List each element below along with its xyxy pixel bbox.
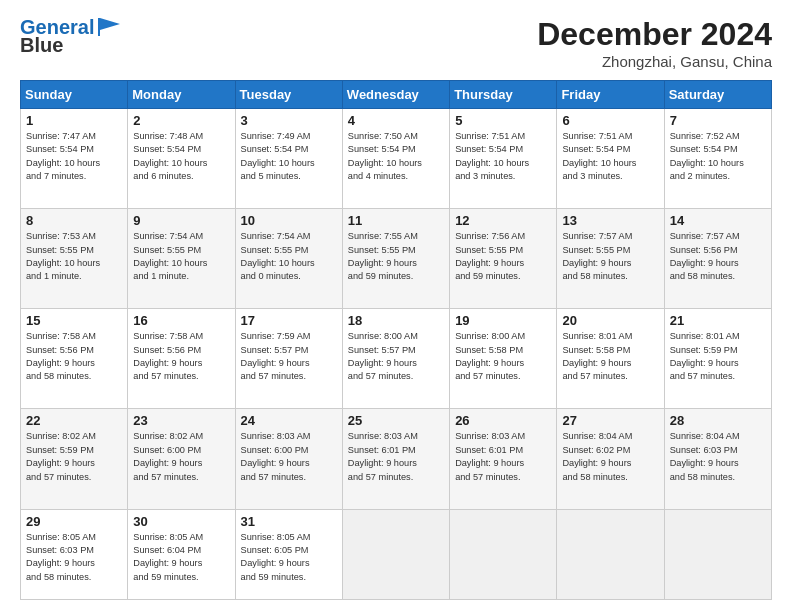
cell-text: Sunrise: 7:54 AMSunset: 5:55 PMDaylight:… [241,230,337,283]
calendar-cell: 24Sunrise: 8:03 AMSunset: 6:00 PMDayligh… [235,409,342,509]
calendar-cell: 13Sunrise: 7:57 AMSunset: 5:55 PMDayligh… [557,209,664,309]
day-number: 6 [562,113,658,128]
calendar-cell: 19Sunrise: 8:00 AMSunset: 5:58 PMDayligh… [450,309,557,409]
calendar-cell: 12Sunrise: 7:56 AMSunset: 5:55 PMDayligh… [450,209,557,309]
cell-text: Sunrise: 7:57 AMSunset: 5:56 PMDaylight:… [670,230,766,283]
calendar-week-row: 15Sunrise: 7:58 AMSunset: 5:56 PMDayligh… [21,309,772,409]
calendar-cell: 25Sunrise: 8:03 AMSunset: 6:01 PMDayligh… [342,409,449,509]
calendar-cell: 23Sunrise: 8:02 AMSunset: 6:00 PMDayligh… [128,409,235,509]
calendar-cell: 17Sunrise: 7:59 AMSunset: 5:57 PMDayligh… [235,309,342,409]
cell-text: Sunrise: 8:04 AMSunset: 6:03 PMDaylight:… [670,430,766,483]
cell-text: Sunrise: 8:00 AMSunset: 5:57 PMDaylight:… [348,330,444,383]
day-number: 30 [133,514,229,529]
calendar-header-tuesday: Tuesday [235,81,342,109]
calendar-cell: 31Sunrise: 8:05 AMSunset: 6:05 PMDayligh… [235,509,342,599]
calendar-cell: 22Sunrise: 8:02 AMSunset: 5:59 PMDayligh… [21,409,128,509]
day-number: 26 [455,413,551,428]
logo: General Blue [20,16,124,56]
cell-text: Sunrise: 8:04 AMSunset: 6:02 PMDaylight:… [562,430,658,483]
cell-text: Sunrise: 8:05 AMSunset: 6:03 PMDaylight:… [26,531,122,584]
cell-text: Sunrise: 8:00 AMSunset: 5:58 PMDaylight:… [455,330,551,383]
calendar-cell: 7Sunrise: 7:52 AMSunset: 5:54 PMDaylight… [664,109,771,209]
cell-text: Sunrise: 7:53 AMSunset: 5:55 PMDaylight:… [26,230,122,283]
calendar-cell: 4Sunrise: 7:50 AMSunset: 5:54 PMDaylight… [342,109,449,209]
day-number: 13 [562,213,658,228]
day-number: 1 [26,113,122,128]
cell-text: Sunrise: 7:58 AMSunset: 5:56 PMDaylight:… [26,330,122,383]
day-number: 28 [670,413,766,428]
day-number: 21 [670,313,766,328]
day-number: 27 [562,413,658,428]
calendar-header-thursday: Thursday [450,81,557,109]
cell-text: Sunrise: 7:49 AMSunset: 5:54 PMDaylight:… [241,130,337,183]
svg-rect-1 [98,18,100,36]
calendar-header-sunday: Sunday [21,81,128,109]
calendar-cell: 9Sunrise: 7:54 AMSunset: 5:55 PMDaylight… [128,209,235,309]
cell-text: Sunrise: 7:56 AMSunset: 5:55 PMDaylight:… [455,230,551,283]
logo-flag-icon [96,16,124,38]
calendar-cell: 26Sunrise: 8:03 AMSunset: 6:01 PMDayligh… [450,409,557,509]
day-number: 19 [455,313,551,328]
cell-text: Sunrise: 7:52 AMSunset: 5:54 PMDaylight:… [670,130,766,183]
calendar-cell [342,509,449,599]
calendar-cell: 5Sunrise: 7:51 AMSunset: 5:54 PMDaylight… [450,109,557,209]
calendar-cell: 2Sunrise: 7:48 AMSunset: 5:54 PMDaylight… [128,109,235,209]
day-number: 23 [133,413,229,428]
cell-text: Sunrise: 7:47 AMSunset: 5:54 PMDaylight:… [26,130,122,183]
calendar-cell: 1Sunrise: 7:47 AMSunset: 5:54 PMDaylight… [21,109,128,209]
page: General Blue December 2024 Zhongzhai, Ga… [0,0,792,612]
calendar-cell [450,509,557,599]
day-number: 3 [241,113,337,128]
calendar-cell: 15Sunrise: 7:58 AMSunset: 5:56 PMDayligh… [21,309,128,409]
calendar-week-row: 22Sunrise: 8:02 AMSunset: 5:59 PMDayligh… [21,409,772,509]
calendar-cell: 30Sunrise: 8:05 AMSunset: 6:04 PMDayligh… [128,509,235,599]
calendar-week-row: 29Sunrise: 8:05 AMSunset: 6:03 PMDayligh… [21,509,772,599]
calendar-header-monday: Monday [128,81,235,109]
day-number: 17 [241,313,337,328]
month-title: December 2024 [537,16,772,53]
header: General Blue December 2024 Zhongzhai, Ga… [20,16,772,70]
day-number: 25 [348,413,444,428]
day-number: 22 [26,413,122,428]
day-number: 14 [670,213,766,228]
location: Zhongzhai, Gansu, China [537,53,772,70]
cell-text: Sunrise: 8:02 AMSunset: 6:00 PMDaylight:… [133,430,229,483]
day-number: 7 [670,113,766,128]
cell-text: Sunrise: 7:54 AMSunset: 5:55 PMDaylight:… [133,230,229,283]
calendar-cell [557,509,664,599]
calendar-week-row: 1Sunrise: 7:47 AMSunset: 5:54 PMDaylight… [21,109,772,209]
cell-text: Sunrise: 7:51 AMSunset: 5:54 PMDaylight:… [455,130,551,183]
calendar-cell: 20Sunrise: 8:01 AMSunset: 5:58 PMDayligh… [557,309,664,409]
calendar-cell: 29Sunrise: 8:05 AMSunset: 6:03 PMDayligh… [21,509,128,599]
cell-text: Sunrise: 8:03 AMSunset: 6:00 PMDaylight:… [241,430,337,483]
cell-text: Sunrise: 7:50 AMSunset: 5:54 PMDaylight:… [348,130,444,183]
calendar-header-saturday: Saturday [664,81,771,109]
day-number: 10 [241,213,337,228]
calendar-header-friday: Friday [557,81,664,109]
calendar-cell: 14Sunrise: 7:57 AMSunset: 5:56 PMDayligh… [664,209,771,309]
cell-text: Sunrise: 8:02 AMSunset: 5:59 PMDaylight:… [26,430,122,483]
day-number: 2 [133,113,229,128]
calendar-cell: 11Sunrise: 7:55 AMSunset: 5:55 PMDayligh… [342,209,449,309]
day-number: 11 [348,213,444,228]
day-number: 20 [562,313,658,328]
calendar-cell: 28Sunrise: 8:04 AMSunset: 6:03 PMDayligh… [664,409,771,509]
cell-text: Sunrise: 8:01 AMSunset: 5:58 PMDaylight:… [562,330,658,383]
calendar-cell: 18Sunrise: 8:00 AMSunset: 5:57 PMDayligh… [342,309,449,409]
cell-text: Sunrise: 7:57 AMSunset: 5:55 PMDaylight:… [562,230,658,283]
calendar-week-row: 8Sunrise: 7:53 AMSunset: 5:55 PMDaylight… [21,209,772,309]
cell-text: Sunrise: 8:03 AMSunset: 6:01 PMDaylight:… [455,430,551,483]
cell-text: Sunrise: 7:58 AMSunset: 5:56 PMDaylight:… [133,330,229,383]
day-number: 8 [26,213,122,228]
cell-text: Sunrise: 8:05 AMSunset: 6:04 PMDaylight:… [133,531,229,584]
cell-text: Sunrise: 8:03 AMSunset: 6:01 PMDaylight:… [348,430,444,483]
day-number: 4 [348,113,444,128]
day-number: 15 [26,313,122,328]
calendar-cell: 3Sunrise: 7:49 AMSunset: 5:54 PMDaylight… [235,109,342,209]
title-block: December 2024 Zhongzhai, Gansu, China [537,16,772,70]
calendar-cell: 10Sunrise: 7:54 AMSunset: 5:55 PMDayligh… [235,209,342,309]
day-number: 16 [133,313,229,328]
calendar-table: SundayMondayTuesdayWednesdayThursdayFrid… [20,80,772,600]
cell-text: Sunrise: 8:01 AMSunset: 5:59 PMDaylight:… [670,330,766,383]
cell-text: Sunrise: 7:51 AMSunset: 5:54 PMDaylight:… [562,130,658,183]
